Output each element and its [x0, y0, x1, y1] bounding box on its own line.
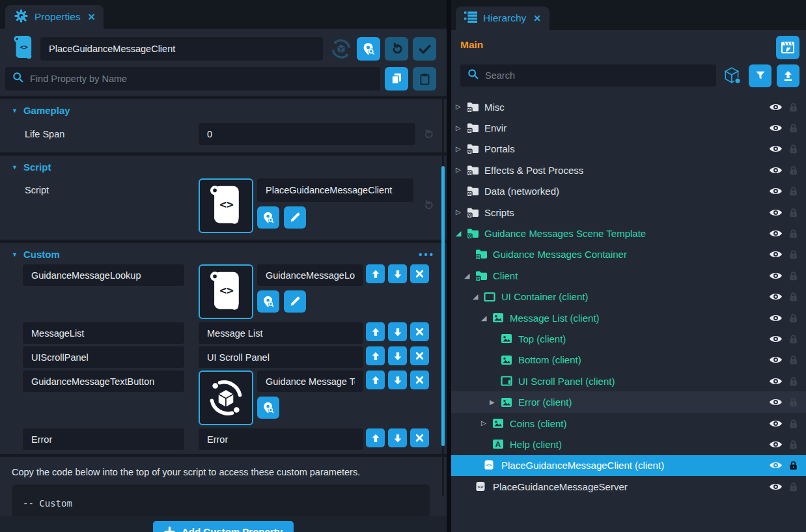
custom-value-field[interactable]	[199, 346, 363, 368]
section-script[interactable]: ▼ Script	[0, 156, 447, 176]
custom-name-field[interactable]	[23, 346, 184, 368]
custom-name-field[interactable]	[23, 264, 184, 286]
custom-name-field[interactable]	[23, 428, 184, 450]
find-property-search[interactable]	[5, 67, 380, 91]
tree-row[interactable]: PlaceGuidanceMessageServer	[451, 476, 806, 497]
lock-icon[interactable]	[789, 376, 798, 386]
lock-icon[interactable]	[789, 397, 798, 407]
tree-row[interactable]: Bottom (client)	[451, 350, 806, 371]
custom-value-field[interactable]	[199, 428, 363, 450]
move-down-button[interactable]	[388, 322, 407, 341]
visibility-eye-icon[interactable]	[769, 249, 783, 259]
tree-row[interactable]: ▷ Misc	[451, 96, 806, 117]
collapse-arrow-icon[interactable]: ◢	[481, 315, 492, 322]
custom-name-field[interactable]	[23, 371, 184, 392]
move-up-button[interactable]	[366, 346, 385, 365]
lock-icon[interactable]	[789, 334, 798, 344]
template-asset-thumbnail[interactable]	[199, 371, 253, 425]
move-down-button[interactable]	[388, 346, 407, 365]
lock-icon[interactable]	[789, 165, 798, 175]
tree-row[interactable]: Top (client)	[451, 328, 806, 349]
undo-button[interactable]	[385, 37, 408, 61]
move-down-button[interactable]	[388, 428, 407, 447]
add-custom-property-button[interactable]: Add Custom Property	[153, 521, 294, 532]
find-property-input[interactable]	[30, 74, 373, 84]
delete-property-button[interactable]	[410, 264, 429, 283]
lock-icon[interactable]	[789, 419, 798, 428]
object-name-field[interactable]	[40, 37, 323, 61]
script-asset-thumbnail[interactable]: <>	[199, 264, 253, 319]
visibility-eye-icon[interactable]	[769, 144, 783, 154]
visibility-eye-icon[interactable]	[769, 271, 783, 281]
hierarchy-search[interactable]	[460, 64, 716, 87]
tree-row[interactable]: ▷ Envir	[451, 117, 806, 138]
collapse-arrow-icon[interactable]: ◢	[464, 272, 475, 279]
close-icon[interactable]: ✕	[533, 13, 541, 23]
visibility-eye-icon[interactable]	[769, 165, 783, 175]
find-asset-button[interactable]	[257, 397, 279, 419]
move-up-button[interactable]	[366, 428, 385, 447]
visibility-eye-icon[interactable]	[769, 208, 783, 217]
close-icon[interactable]: ✕	[88, 12, 96, 22]
reset-icon[interactable]	[419, 128, 436, 141]
lock-icon[interactable]	[789, 355, 798, 365]
tree-row[interactable]: ◢ UI Container (client)	[451, 287, 806, 307]
visibility-eye-icon[interactable]	[769, 460, 783, 470]
lock-icon[interactable]	[789, 249, 798, 259]
visibility-eye-icon[interactable]	[769, 482, 783, 492]
visibility-eye-icon[interactable]	[769, 102, 783, 112]
tree-row[interactable]: ◢ Guidance Messages Scene Template	[451, 223, 806, 244]
section-custom[interactable]: ▼ Custom •••	[0, 243, 447, 263]
find-asset-button[interactable]	[257, 206, 279, 229]
edit-script-button[interactable]	[284, 290, 306, 313]
lock-icon[interactable]	[789, 440, 798, 449]
visibility-eye-icon[interactable]	[769, 440, 783, 449]
script-asset-name-field[interactable]	[257, 178, 413, 202]
visibility-eye-icon[interactable]	[769, 334, 783, 344]
lock-icon[interactable]	[789, 186, 798, 196]
expand-arrow-icon[interactable]: ▷	[456, 125, 467, 132]
collapse-arrow-icon[interactable]: ◢	[456, 230, 467, 237]
visibility-eye-icon[interactable]	[769, 355, 783, 365]
tree-row[interactable]: ▷ Effects & Post Process	[451, 160, 806, 180]
tree-row[interactable]: Guidance Messages Container	[451, 244, 806, 265]
move-up-button[interactable]	[366, 322, 385, 341]
scene-settings-button[interactable]	[776, 36, 799, 59]
collapse-arrow-icon[interactable]: ◢	[473, 293, 484, 300]
lock-icon[interactable]	[789, 482, 798, 492]
edit-script-button[interactable]	[284, 206, 306, 229]
custom-name-field[interactable]	[23, 322, 184, 344]
tab-properties[interactable]: Properties ✕	[5, 5, 104, 29]
expand-arrow-icon[interactable]: ▶	[490, 399, 501, 406]
copy-button[interactable]	[385, 67, 408, 91]
visibility-eye-icon[interactable]	[769, 397, 783, 407]
visibility-eye-icon[interactable]	[769, 123, 783, 133]
lock-icon[interactable]	[789, 208, 798, 217]
confirm-button[interactable]	[413, 37, 436, 61]
delete-property-button[interactable]	[410, 346, 429, 365]
script-asset-thumbnail[interactable]: <>	[199, 178, 253, 233]
lock-icon[interactable]	[789, 123, 798, 133]
lock-icon[interactable]	[789, 271, 798, 281]
move-up-button[interactable]	[366, 264, 385, 283]
section-gameplay[interactable]: ▼ Gameplay	[0, 99, 447, 119]
visibility-eye-icon[interactable]	[769, 292, 783, 301]
reset-icon[interactable]	[419, 199, 436, 212]
tree-row[interactable]: ▷ Coins (client)	[451, 413, 806, 434]
visibility-eye-icon[interactable]	[769, 419, 783, 428]
filter-button[interactable]	[749, 64, 771, 87]
expand-arrow-icon[interactable]: ▷	[456, 104, 467, 110]
hierarchy-search-input[interactable]	[485, 70, 709, 81]
paste-button[interactable]	[413, 67, 436, 91]
tree-row[interactable]: ◢ Message List (client)	[451, 307, 806, 328]
lock-icon[interactable]	[789, 102, 798, 112]
custom-code-block[interactable]: -- Custom	[12, 484, 430, 516]
tree-row[interactable]: Data (networked)	[451, 181, 806, 202]
custom-value-field[interactable]	[257, 371, 363, 392]
move-down-button[interactable]	[388, 371, 407, 389]
more-options-icon[interactable]: •••	[419, 249, 435, 260]
move-up-button[interactable]	[366, 371, 385, 389]
lock-icon[interactable]	[789, 292, 798, 301]
visibility-eye-icon[interactable]	[769, 376, 783, 386]
tab-hierarchy[interactable]: Hierarchy ✕	[456, 7, 549, 30]
